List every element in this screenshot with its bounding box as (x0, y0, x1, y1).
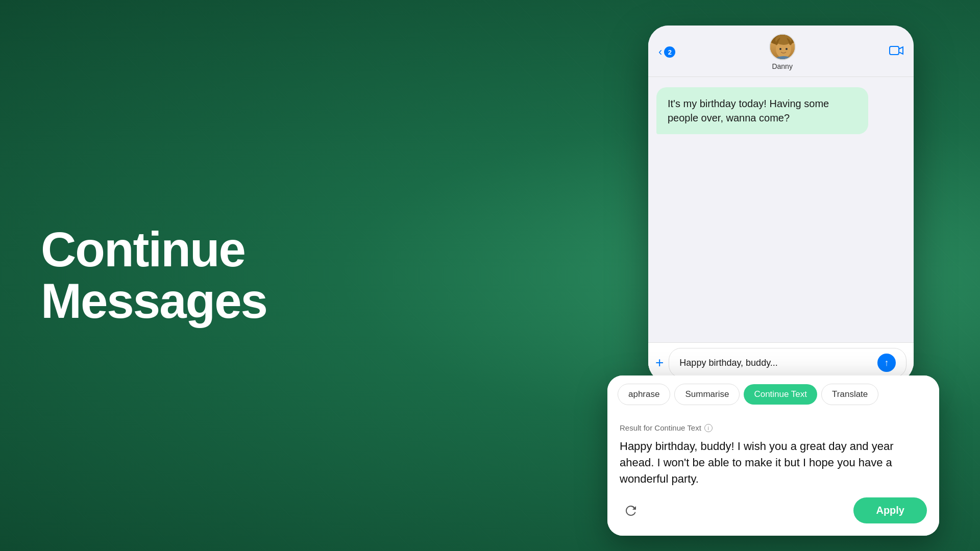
title-line1: Continue (41, 224, 267, 276)
contact-name: Danny (772, 62, 792, 70)
tab-bar: aphrase Summarise Continue Text Translat… (607, 375, 939, 413)
phone-screen: ‹ 2 (648, 26, 914, 383)
tab-translate-label: Translate (832, 389, 868, 399)
video-call-icon[interactable] (889, 45, 903, 59)
result-label: Result for Continue Text i (620, 423, 927, 432)
message-text: It's my birthday today! Having some peop… (668, 98, 829, 123)
phone-area: ‹ 2 (623, 26, 929, 525)
back-chevron-icon: ‹ (658, 45, 662, 59)
tab-rephrase-label: aphrase (628, 389, 659, 399)
ai-panel: aphrase Summarise Continue Text Translat… (607, 375, 939, 536)
message-header: ‹ 2 (648, 26, 914, 77)
send-icon: ↑ (885, 358, 889, 368)
tab-summarise[interactable]: Summarise (674, 384, 740, 405)
messages-area: It's my birthday today! Having some peop… (648, 77, 914, 368)
avatar-face (770, 35, 795, 59)
avatar[interactable] (769, 34, 796, 60)
plus-button[interactable]: + (655, 355, 664, 371)
contact-info: Danny (769, 34, 796, 70)
tab-summarise-label: Summarise (685, 389, 729, 399)
result-actions: Apply (620, 497, 927, 523)
tab-continue-text[interactable]: Continue Text (744, 384, 817, 405)
result-label-text: Result for Continue Text (620, 423, 701, 432)
input-text-value: Happy birthday, buddy... (679, 358, 777, 368)
refresh-button[interactable] (620, 499, 642, 522)
result-section: Result for Continue Text i Happy birthda… (607, 413, 939, 536)
send-button[interactable]: ↑ (877, 354, 896, 372)
back-button[interactable]: ‹ 2 (658, 45, 675, 59)
tab-rephrase[interactable]: aphrase (618, 384, 670, 405)
svg-point-4 (786, 48, 788, 50)
svg-point-3 (779, 48, 781, 50)
main-title: Continue Messages (41, 224, 267, 327)
message-input-field[interactable]: Happy birthday, buddy... ↑ (669, 348, 906, 378)
apply-button[interactable]: Apply (853, 497, 927, 523)
tab-translate[interactable]: Translate (821, 384, 878, 405)
left-section: Continue Messages (41, 224, 267, 327)
result-text: Happy birthday, buddy! I wish you a grea… (620, 438, 927, 487)
avatar-svg (770, 35, 796, 60)
info-icon[interactable]: i (704, 424, 713, 432)
svg-point-5 (773, 56, 794, 60)
notification-badge: 2 (664, 46, 675, 58)
title-line2: Messages (41, 276, 267, 327)
received-message: It's my birthday today! Having some peop… (656, 87, 868, 134)
svg-rect-6 (890, 46, 899, 55)
tab-continue-text-label: Continue Text (754, 389, 807, 399)
